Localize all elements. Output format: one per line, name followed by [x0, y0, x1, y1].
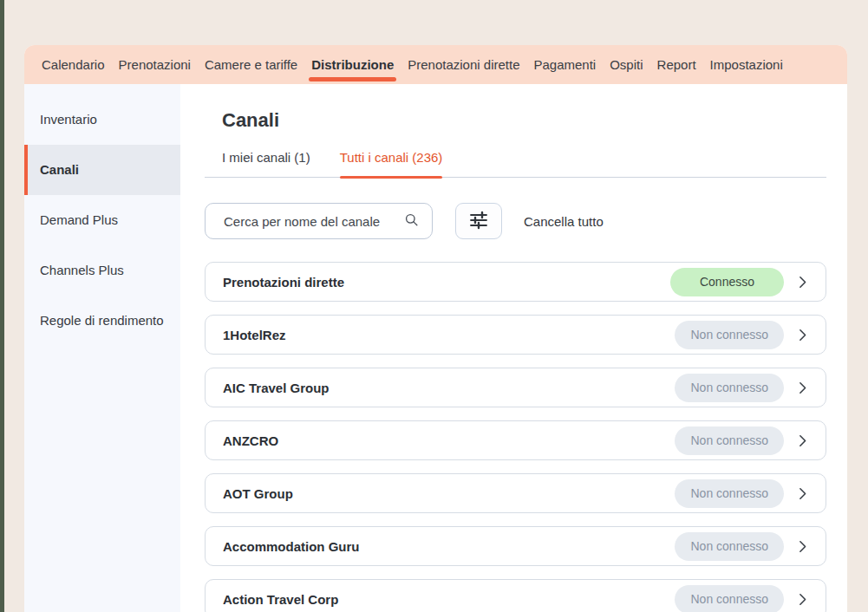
left-edge-strip	[0, 0, 4, 612]
channel-name: 1HotelRez	[223, 328, 675, 342]
app-body: InventarioCanaliDemand PlusChannels Plus…	[24, 84, 847, 612]
nav-item-calendario[interactable]: Calendario	[35, 45, 112, 84]
active-nav-underline	[309, 77, 396, 81]
channel-row-1hotelrez[interactable]: 1HotelRez Non connesso	[205, 315, 826, 355]
nav-item-impostazioni[interactable]: Impostazioni	[703, 45, 790, 84]
nav-item-label: Camere e tariffe	[205, 57, 297, 72]
sidebar-item-channels-plus[interactable]: Channels Plus	[24, 245, 180, 296]
channel-name: AIC Travel Group	[223, 381, 675, 395]
search-icon	[403, 212, 420, 231]
search-box	[205, 203, 433, 239]
channel-row-aic-travel-group[interactable]: AIC Travel Group Non connesso	[205, 368, 826, 407]
nav-item-ospiti[interactable]: Ospiti	[603, 45, 649, 84]
clear-all-button[interactable]: Cancella tutto	[524, 214, 604, 229]
sliders-icon	[467, 211, 490, 232]
sidebar-item-demand-plus[interactable]: Demand Plus	[24, 195, 180, 245]
sidebar: InventarioCanaliDemand PlusChannels Plus…	[24, 84, 180, 612]
app-window: CalendarioPrenotazioniCamere e tariffeDi…	[24, 45, 847, 612]
toolbar: Cancella tutto	[205, 203, 826, 239]
nav-item-pagamenti[interactable]: Pagamenti	[526, 45, 603, 84]
chevron-right-icon	[793, 273, 812, 291]
status-badge: Non connesso	[675, 321, 784, 349]
status-badge: Connesso	[670, 268, 784, 296]
nav-item-label: Pagamenti	[533, 57, 596, 72]
nav-item-label: Ospiti	[610, 57, 643, 72]
sidebar-item-inventario[interactable]: Inventario	[24, 94, 180, 145]
status-badge: Non connesso	[675, 532, 784, 561]
channel-row-accommodation-guru[interactable]: Accommodation Guru Non connesso	[205, 526, 826, 566]
nav-item-prenotazioni[interactable]: Prenotazioni	[112, 45, 198, 84]
top-navigation: CalendarioPrenotazioniCamere e tariffeDi…	[24, 45, 847, 84]
nav-item-label: Report	[657, 57, 696, 72]
search-input[interactable]	[222, 213, 403, 230]
chevron-right-icon	[793, 485, 812, 503]
chevron-right-icon	[793, 326, 812, 344]
nav-item-prenotazioni-dirette[interactable]: Prenotazioni dirette	[401, 45, 526, 84]
nav-item-label: Prenotazioni	[119, 57, 191, 72]
page-title: Canali	[222, 108, 826, 133]
sidebar-item-canali[interactable]: Canali	[24, 145, 180, 195]
tab-my-channels[interactable]: I miei canali (1)	[222, 150, 310, 177]
channel-row-action-travel-corp[interactable]: Action Travel Corp Non connesso	[205, 579, 826, 612]
chevron-right-icon	[793, 379, 812, 397]
tabs: I miei canali (1) Tutti i canali (236)	[205, 150, 826, 178]
channel-name: Accommodation Guru	[223, 539, 675, 554]
nav-item-label: Impostazioni	[710, 57, 783, 72]
channel-name: Action Travel Corp	[223, 592, 675, 607]
tab-all-channels[interactable]: Tutti i canali (236)	[340, 150, 443, 177]
nav-item-report[interactable]: Report	[650, 45, 703, 84]
chevron-right-icon	[793, 432, 812, 450]
channel-name: AOT Group	[223, 486, 675, 501]
nav-item-label: Calendario	[42, 57, 105, 72]
sidebar-item-regole-di-rendimento[interactable]: Regole di rendimento	[24, 296, 180, 346]
nav-item-camere-e-tariffe[interactable]: Camere e tariffe	[198, 45, 304, 84]
filter-button[interactable]	[455, 203, 502, 239]
nav-item-distribuzione[interactable]: Distribuzione	[304, 45, 401, 84]
status-badge: Non connesso	[675, 585, 784, 612]
status-badge: Non connesso	[675, 374, 784, 402]
channel-row-prenotazioni-dirette[interactable]: Prenotazioni dirette Connesso	[205, 262, 826, 302]
channel-row-anzcro[interactable]: ANZCRO Non connesso	[205, 420, 826, 460]
status-badge: Non connesso	[675, 479, 784, 508]
channel-list: Prenotazioni dirette Connesso 1HotelRez …	[205, 262, 826, 612]
chevron-right-icon	[793, 590, 812, 609]
status-badge: Non connesso	[675, 426, 784, 455]
channel-name: ANZCRO	[223, 433, 675, 448]
chevron-right-icon	[793, 537, 812, 556]
nav-item-label: Distribuzione	[311, 57, 394, 72]
nav-item-label: Prenotazioni dirette	[408, 57, 519, 72]
channel-row-aot-group[interactable]: AOT Group Non connesso	[205, 473, 826, 513]
main-content: Canali I miei canali (1) Tutti i canali …	[180, 84, 847, 612]
channel-name: Prenotazioni dirette	[223, 275, 670, 290]
